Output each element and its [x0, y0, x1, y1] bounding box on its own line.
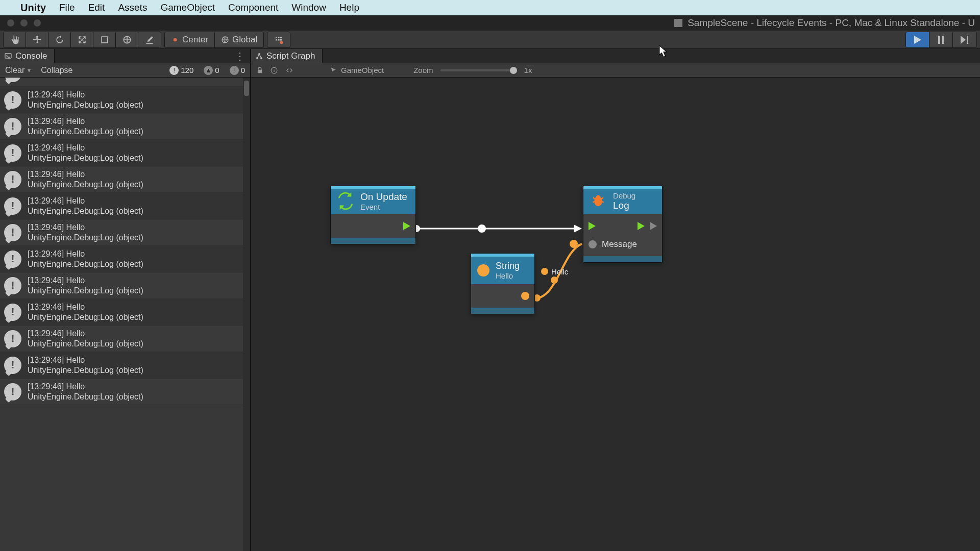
console-log-row[interactable]: [13:29:46] HelloUnityEngine.Debug:Log (o… [0, 272, 243, 299]
menubar-window[interactable]: Window [291, 2, 326, 13]
log-info-icon [4, 304, 21, 321]
log-line-1: [13:29:46] Hello [28, 329, 143, 339]
graph-breadcrumb[interactable]: GameObject [329, 66, 384, 74]
rect-tool-button[interactable] [93, 32, 116, 47]
console-error-count[interactable]: ! 0 [226, 65, 249, 76]
mac-menubar: Unity File Edit Assets GameObject Compon… [0, 0, 980, 15]
bug-icon [590, 192, 607, 210]
log-line-2: UnityEngine.Debug:Log (object) [28, 286, 143, 296]
menubar-edit[interactable]: Edit [88, 2, 105, 13]
console-collapse-button[interactable]: Collapse [36, 63, 78, 77]
console-log-row[interactable]: [13:29:46] HelloUnityEngine.Debug:Log (o… [0, 113, 243, 140]
flow-out-port[interactable] [638, 222, 645, 230]
move-tool-button[interactable] [26, 32, 48, 47]
rotate-tool-button[interactable] [48, 32, 71, 47]
custom-tool-button[interactable] [138, 32, 161, 47]
console-log-row[interactable]: [13:29:46] HelloUnityEngine.Debug:Log (o… [0, 325, 243, 352]
message-in-port[interactable] [589, 240, 597, 248]
close-window-button[interactable] [7, 19, 14, 27]
graph-code-button[interactable] [285, 67, 294, 74]
node-category: Debug [613, 191, 635, 200]
console-log-row[interactable]: [13:29:46] HelloUnityEngine.Debug:Log (o… [0, 352, 243, 379]
log-info-icon [4, 197, 21, 215]
svg-rect-4 [938, 36, 940, 44]
string-out-port[interactable] [521, 292, 529, 300]
console-log-row[interactable]: [13:29:46] HelloUnityEngine.Debug:Log (o… [0, 379, 243, 405]
node-string-literal[interactable]: String Hello [471, 253, 535, 314]
pointer-icon [329, 67, 338, 74]
log-info-icon [4, 224, 21, 241]
menubar-help[interactable]: Help [339, 2, 359, 13]
menubar-component[interactable]: Component [228, 2, 278, 13]
console-log-row[interactable]: [13:29:46] HelloUnityEngine.Debug:Log (o… [0, 299, 243, 325]
log-line-1: [13:29:46] Hello [28, 116, 143, 127]
script-graph-tab-label: Script Graph [266, 51, 315, 61]
menubar-assets[interactable]: Assets [118, 2, 147, 13]
play-button[interactable] [906, 32, 929, 47]
log-line-2: UnityEngine.Debug:Log (object) [28, 100, 143, 110]
scrollbar-thumb[interactable] [244, 81, 249, 96]
zoom-slider[interactable] [440, 69, 517, 71]
console-log-row[interactable]: UnityEngine.Debug:Log (object) [0, 78, 243, 87]
menubar-file[interactable]: File [59, 2, 75, 13]
console-info-count[interactable]: ! 120 [165, 65, 198, 76]
log-line-1: [13:29:46] Hello [28, 222, 143, 233]
pause-button[interactable] [929, 32, 953, 47]
transform-tool-button[interactable] [116, 32, 138, 47]
console-icon [4, 52, 12, 60]
console-log-row[interactable]: [13:29:46] HelloUnityEngine.Debug:Log (o… [0, 219, 243, 246]
flow-out-port-extra[interactable] [650, 222, 657, 230]
pivot-toggle-button[interactable]: Center [165, 32, 215, 47]
console-list[interactable]: UnityEngine.Debug:Log (object)[13:29:46]… [0, 78, 250, 551]
svg-point-19 [541, 268, 548, 275]
log-info-icon [4, 78, 21, 82]
unity-logo-icon [674, 19, 682, 27]
log-line-1: [13:29:46] Hello [28, 355, 143, 365]
console-panel-menu[interactable]: ⋮ [230, 50, 250, 62]
minimize-window-button[interactable] [20, 19, 28, 27]
script-graph-tab[interactable]: Script Graph [251, 49, 323, 63]
console-tab-label: Console [15, 51, 47, 61]
console-log-row[interactable]: [13:29:46] HelloUnityEngine.Debug:Log (o… [0, 87, 243, 113]
console-scrollbar[interactable] [243, 78, 250, 551]
svg-point-3 [280, 41, 283, 44]
log-line-1: [13:29:46] Hello [28, 382, 143, 392]
log-line-1: [13:29:46] Hello [28, 302, 143, 312]
step-button[interactable] [953, 32, 976, 47]
menubar-app-name[interactable]: Unity [20, 2, 46, 14]
console-log-row[interactable]: [13:29:46] HelloUnityEngine.Debug:Log (o… [0, 193, 243, 219]
log-info-icon [4, 118, 21, 135]
graph-canvas[interactable]: On Update Event [251, 78, 980, 551]
console-log-row[interactable]: [13:29:46] HelloUnityEngine.Debug:Log (o… [0, 246, 243, 272]
node-subtitle: Event [360, 203, 407, 211]
node-on-update[interactable]: On Update Event [330, 186, 416, 244]
node-debug-log[interactable]: Debug Log Messa [583, 186, 663, 263]
graph-lock-button[interactable] [256, 67, 263, 74]
scale-tool-button[interactable] [71, 32, 93, 47]
console-clear-button[interactable]: Clear [0, 63, 36, 77]
menubar-gameobject[interactable]: GameObject [160, 2, 215, 13]
svg-point-1 [174, 38, 177, 41]
log-line-2: UnityEngine.Debug:Log (object) [28, 365, 143, 375]
log-line-1: [13:29:46] Hello [28, 196, 143, 206]
pivot-label: Center [182, 35, 208, 45]
svg-point-17 [551, 277, 558, 284]
console-warn-count[interactable]: ▲ 0 [200, 65, 223, 76]
console-tab[interactable]: Console [0, 49, 55, 63]
graph-info-button[interactable] [271, 67, 278, 74]
node-value: Hello [496, 271, 520, 280]
snap-toggle-button[interactable] [267, 32, 290, 47]
maximize-window-button[interactable] [34, 19, 41, 27]
log-line-2: UnityEngine.Debug:Log (object) [28, 392, 143, 402]
svg-point-18 [570, 240, 578, 248]
flow-out-port[interactable] [403, 222, 410, 230]
hand-tool-button[interactable] [4, 32, 26, 47]
space-toggle-button[interactable]: Global [215, 32, 263, 47]
edge-value-tooltip: Hellc [551, 267, 568, 276]
log-line-2: UnityEngine.Debug:Log (object) [28, 206, 143, 216]
console-log-row[interactable]: [13:29:46] HelloUnityEngine.Debug:Log (o… [0, 140, 243, 166]
zoom-value: 1x [524, 66, 532, 74]
console-log-row[interactable]: [13:29:46] HelloUnityEngine.Debug:Log (o… [0, 166, 243, 193]
flow-in-port[interactable] [589, 222, 596, 230]
graph-icon [255, 52, 263, 60]
